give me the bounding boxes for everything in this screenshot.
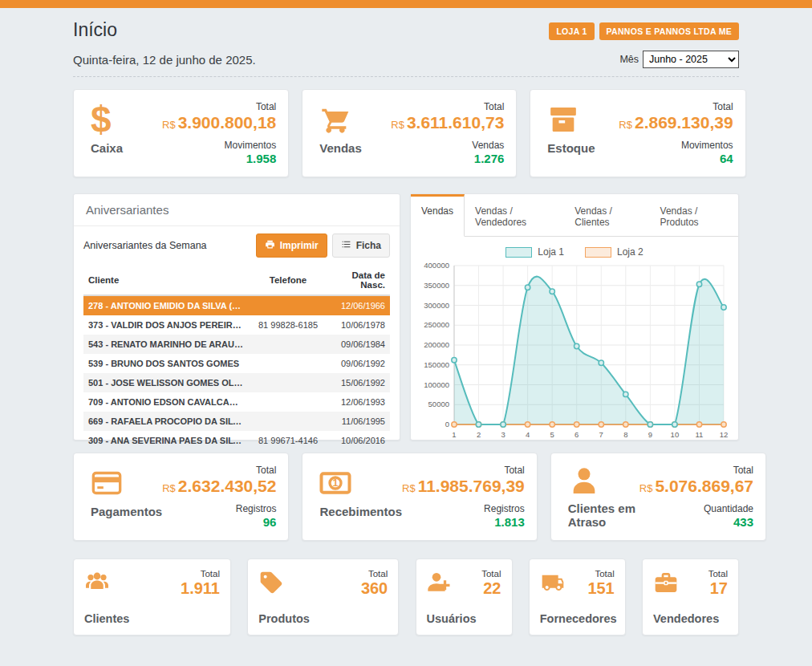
svg-text:7: 7	[599, 430, 603, 439]
stat-card-top: Total1.911	[84, 569, 220, 598]
list-icon	[341, 239, 351, 252]
svg-text:1: 1	[333, 477, 339, 489]
cell-nascimento[interactable]: 10/06/1978	[327, 315, 390, 335]
stat-card-values: Total1.911	[181, 569, 220, 598]
users-icon	[84, 569, 110, 596]
stat-card-name: Clientes em Atraso	[568, 502, 639, 529]
cell-cliente[interactable]: 543 - RENATO MARINHO DE ARAUJO (F...	[83, 335, 249, 354]
tab-vendas-vendedores[interactable]: Vendas / Vendedores	[465, 194, 564, 236]
svg-text:250000: 250000	[424, 320, 449, 329]
sub-value: 1.813	[402, 515, 525, 529]
legend-label: Loja 1	[538, 246, 564, 258]
cell-nascimento[interactable]: 09/06/1992	[327, 354, 390, 373]
stat-card-caixa: $CaixaTotalR$3.900.800,18Movimentos1.958	[73, 89, 289, 177]
stat-card-estoque: EstoqueTotalR$2.869.130,39Movimentos64	[530, 89, 745, 177]
ficha-button-label: Ficha	[356, 240, 381, 251]
cell-cliente[interactable]: 709 - ANTONIO EDSON CAVALCANTE D...	[83, 392, 249, 412]
cell-telefone[interactable]	[249, 354, 327, 373]
stat-card-vendedores: Total17Vendedores	[642, 558, 739, 636]
month-select[interactable]: Junho - 2025	[643, 51, 739, 68]
birthdays-table-header: ClienteTelefoneData de Nasc.	[83, 266, 390, 295]
legend-item-loja-1[interactable]: Loja 1	[505, 246, 564, 258]
date-row: Quinta-feira, 12 de junho de 2025. Mês J…	[73, 51, 739, 77]
svg-text:4: 4	[526, 430, 530, 439]
stat-card-name: Caixa	[91, 141, 162, 155]
cell-telefone[interactable]: 81 99828-6185	[249, 315, 327, 335]
briefcase-icon	[653, 569, 679, 596]
header-row: Início LOJA 1PANNOS E PANNOS LTDA ME	[73, 16, 739, 51]
chart-tabs: VendasVendas / VendedoresVendas / Client…	[411, 194, 738, 237]
print-button[interactable]: Imprimir	[256, 234, 327, 258]
stat-card-clientes: Total1.911Clientes	[73, 558, 231, 636]
cell-nascimento[interactable]: 09/06/1984	[327, 335, 390, 354]
stat-card-values: Total360	[361, 569, 388, 598]
legend-item-loja-2[interactable]: Loja 2	[585, 246, 644, 258]
store-badge-1[interactable]: PANNOS E PANNOS LTDA ME	[599, 22, 739, 40]
table-row[interactable]: 309 - ANA SEVERINA PAES DA SILVA81 99671…	[83, 431, 390, 450]
tab-vendas-produtos[interactable]: Vendas / Produtos	[650, 194, 738, 236]
stat-card-usuários: Total22Usuários	[416, 558, 513, 636]
table-row[interactable]: 539 - BRUNO DOS SANTOS GOMES09/06/1992	[83, 354, 390, 373]
svg-text:300000: 300000	[424, 301, 449, 310]
total-label: Total	[708, 569, 728, 579]
cell-cliente[interactable]: 373 - VALDIR DOS ANJOS PEREIRA (AN...	[83, 315, 249, 335]
cell-nascimento[interactable]: 15/06/1992	[327, 373, 390, 392]
tab-vendas[interactable]: Vendas	[411, 194, 465, 237]
svg-text:5: 5	[550, 430, 554, 439]
user-plus-icon	[427, 569, 453, 596]
stat-card-top: Total151	[540, 569, 615, 598]
cell-telefone[interactable]	[249, 412, 327, 431]
table-row[interactable]: 543 - RENATO MARINHO DE ARAUJO (F...09/0…	[83, 335, 390, 354]
stat-card-left: Vendas	[315, 101, 391, 165]
cell-telefone[interactable]	[249, 295, 327, 315]
table-row[interactable]: 501 - JOSE WELISSON GOMES OLIVEIR...15/0…	[83, 373, 390, 392]
table-row[interactable]: 373 - VALDIR DOS ANJOS PEREIRA (AN...81 …	[83, 315, 390, 335]
cell-telefone[interactable]	[249, 392, 327, 412]
ficha-button[interactable]: Ficha	[332, 234, 390, 258]
cell-cliente[interactable]: 669 - RAFAELA PROCOPIO DA SILVA CA...	[83, 412, 249, 431]
stat-card-values: TotalR$3.611.610,73Vendas1.276	[391, 101, 504, 165]
sales-line-chart: 0500001000001500002000002500003000003500…	[417, 259, 732, 444]
stat-card-left: Pagamentos	[86, 465, 162, 529]
cell-nascimento[interactable]: 12/06/1966	[327, 295, 390, 315]
svg-text:12: 12	[720, 430, 729, 439]
cell-cliente[interactable]: 278 - ANTONIO EMIDIO DA SILVA (PALE...	[83, 295, 249, 315]
svg-text:10: 10	[671, 430, 680, 439]
store-badge-0[interactable]: LOJA 1	[549, 22, 594, 40]
svg-text:50000: 50000	[428, 400, 449, 408]
stat-card-fornecedores: Total151Fornecedores	[529, 558, 626, 636]
cell-telefone[interactable]: 81 99671-4146	[249, 431, 327, 450]
svg-text:200000: 200000	[424, 340, 449, 349]
stat-card-vendas: VendasTotalR$3.611.610,73Vendas1.276	[302, 89, 517, 177]
credit-card-icon	[91, 465, 162, 502]
sub-value: 64	[619, 152, 733, 165]
svg-text:400000: 400000	[424, 261, 449, 270]
cell-telefone[interactable]	[249, 373, 327, 392]
cell-cliente[interactable]: 501 - JOSE WELISSON GOMES OLIVEIR...	[83, 373, 249, 392]
table-row[interactable]: 278 - ANTONIO EMIDIO DA SILVA (PALE...12…	[83, 295, 390, 315]
cell-telefone[interactable]	[249, 335, 327, 354]
cell-nascimento[interactable]: 10/06/2016	[327, 431, 390, 450]
birthdays-subtitle: Aniversariantes da Semana	[83, 240, 207, 251]
sales-chart-panel: VendasVendas / VendedoresVendas / Client…	[410, 193, 739, 441]
table-row[interactable]: 669 - RAFAELA PROCOPIO DA SILVA CA...11/…	[83, 412, 390, 431]
svg-text:9: 9	[648, 430, 652, 439]
cell-cliente[interactable]: 309 - ANA SEVERINA PAES DA SILVA	[83, 431, 249, 450]
page-title: Início	[73, 19, 117, 41]
stat-card-left: $Caixa	[86, 101, 162, 165]
table-row[interactable]: 709 - ANTONIO EDSON CAVALCANTE D...12/06…	[83, 392, 390, 412]
total-label: Total	[162, 465, 276, 476]
total-value: 22	[481, 579, 501, 598]
middle-row: Aniversariantes Aniversariantes da Seman…	[73, 193, 739, 441]
cell-nascimento[interactable]: 11/06/1995	[327, 412, 390, 431]
total-value: R$2.632.430,52	[162, 476, 276, 499]
cell-cliente[interactable]: 539 - BRUNO DOS SANTOS GOMES	[83, 354, 249, 373]
truck-icon	[540, 569, 566, 596]
stat-card-left: 1Recebimentos	[315, 465, 402, 529]
stat-card-recebimentos: 1RecebimentosTotalR$11.985.769,39Registr…	[302, 453, 537, 541]
tab-vendas-clientes[interactable]: Vendas / Clientes	[564, 194, 649, 236]
cell-nascimento[interactable]: 12/06/1993	[327, 392, 390, 412]
stats-row-1: $CaixaTotalR$3.900.800,18Movimentos1.958…	[73, 89, 739, 177]
svg-text:3: 3	[501, 430, 505, 439]
total-value: R$11.985.769,39	[402, 476, 525, 499]
